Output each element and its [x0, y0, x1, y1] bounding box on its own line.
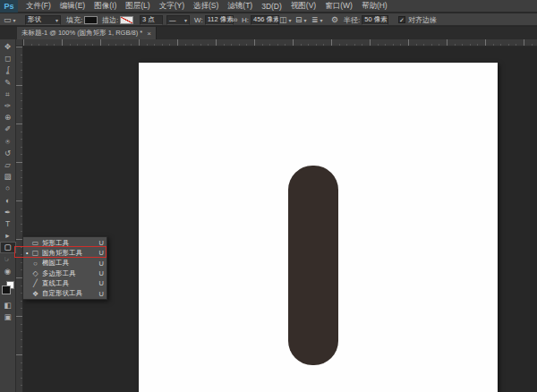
- tool-bar: ✥ ◻ ʆ ✎ ⌗ ✑ ⊕ ✐ ⍟ ↺ ▱ ▨ ○ ◐ ✒ T ▸ ▢ ☞ ◉ …: [0, 39, 16, 392]
- line-icon: ╱: [30, 279, 40, 287]
- flyout-item-rounded-rectangle[interactable]: • ▢ 圆角矩形工具 U: [23, 248, 107, 258]
- tool-dodge[interactable]: ◐: [0, 194, 16, 206]
- document-tab-bar: 未标题-1 @ 100% (圆角矩形 1, RGB/8) * ×: [0, 27, 537, 39]
- tool-zoom[interactable]: ◉: [0, 266, 16, 277]
- tool-healing-brush[interactable]: ⊕: [0, 112, 16, 124]
- geometry-options-button[interactable]: ⚙: [331, 13, 338, 26]
- hand-icon: ☞: [4, 253, 12, 265]
- dodge-icon: ◐: [5, 195, 10, 207]
- shortcut-label: U: [99, 279, 104, 287]
- tool-hand[interactable]: ☞: [0, 253, 16, 265]
- tool-mode-dropdown[interactable]: 形状 ▾: [25, 13, 61, 26]
- fill-control[interactable]: 填充:: [66, 13, 98, 26]
- flyout-item-custom-shape[interactable]: ❖ 自定形状工具 U: [23, 288, 107, 298]
- tool-eyedropper[interactable]: ✑: [0, 100, 16, 112]
- tool-quick-selection[interactable]: ✎: [0, 77, 16, 89]
- stroke-swatch[interactable]: [120, 16, 133, 24]
- tool-pen[interactable]: ✒: [0, 207, 16, 218]
- tool-preset-picker[interactable]: ▭ ▾: [4, 13, 16, 26]
- path-operations-icon: ◫: [279, 15, 287, 24]
- marquee-icon: ◻: [4, 53, 11, 64]
- link-icon: ∞: [232, 15, 237, 24]
- link-dimensions-button[interactable]: ∞: [232, 13, 237, 26]
- options-bar: ▭ ▾ 形状 ▾ 填充: 描边: 3 点 — ▾ W: 11: [0, 13, 537, 26]
- radius-field[interactable]: 50 像素: [362, 15, 388, 25]
- fill-label: 填充:: [66, 15, 82, 25]
- stroke-label: 描边:: [102, 15, 118, 25]
- horizontal-ruler: [23, 39, 537, 47]
- menu-file[interactable]: 文件(F): [21, 0, 55, 13]
- width-control[interactable]: W: 112 像素: [194, 13, 234, 26]
- tool-lasso[interactable]: ʆ: [0, 64, 16, 76]
- menu-layer[interactable]: 图层(L): [121, 0, 154, 13]
- menu-window[interactable]: 窗口(W): [320, 0, 357, 13]
- tool-type[interactable]: T: [0, 218, 16, 230]
- h-field[interactable]: 456 像素: [251, 15, 279, 25]
- crop-icon: ⌗: [5, 89, 10, 100]
- tool-marquee[interactable]: ◻: [0, 53, 16, 64]
- chevron-down-icon: ▾: [55, 17, 58, 23]
- quick-mask-button[interactable]: ◧: [0, 300, 16, 311]
- path-selection-icon: ▸: [5, 230, 9, 242]
- radius-control[interactable]: 半径: 50 像素: [344, 13, 388, 26]
- tool-blur[interactable]: ○: [0, 183, 16, 194]
- tool-mode-value: 形状: [28, 15, 41, 24]
- align-edges-checkbox[interactable]: ✓: [398, 16, 405, 23]
- chevron-down-icon: ▾: [184, 17, 187, 23]
- rounded-rectangle-icon: ▢: [4, 242, 11, 253]
- pen-icon: ✒: [4, 207, 11, 218]
- menu-edit[interactable]: 编辑(E): [55, 0, 90, 13]
- quick-mask-icon: ◧: [4, 300, 11, 311]
- vertical-ruler: [16, 47, 23, 392]
- tool-shape[interactable]: ▢: [0, 242, 16, 253]
- radius-label: 半径:: [344, 15, 360, 25]
- ellipse-icon: ○: [30, 260, 40, 268]
- menu-view[interactable]: 视图(V): [286, 0, 320, 13]
- ruler-corner: [16, 39, 23, 47]
- shortcut-label: U: [99, 249, 104, 257]
- flyout-item-rectangle[interactable]: ▭ 矩形工具 U: [23, 238, 107, 248]
- stroke-control[interactable]: 描边:: [102, 13, 133, 26]
- flyout-item-ellipse[interactable]: ○ 椭圆工具 U: [23, 259, 107, 268]
- chevron-down-icon: ▾: [320, 17, 323, 23]
- screen-mode-button[interactable]: ▣: [0, 311, 16, 323]
- type-icon: T: [5, 218, 10, 230]
- w-field[interactable]: 112 像素: [205, 15, 234, 25]
- healing-brush-icon: ⊕: [4, 112, 11, 124]
- tool-history-brush[interactable]: ↺: [0, 148, 16, 159]
- chevron-down-icon: ▾: [304, 17, 307, 23]
- tool-move[interactable]: ✥: [0, 41, 16, 53]
- menu-filter[interactable]: 滤镜(T): [223, 0, 257, 13]
- menu-3d[interactable]: 3D(D): [257, 0, 286, 13]
- rounded-rectangle-shape[interactable]: [288, 166, 338, 365]
- eraser-icon: ▱: [4, 159, 11, 171]
- document-tab[interactable]: 未标题-1 @ 100% (圆角矩形 1, RGB/8) * ×: [17, 27, 157, 39]
- tool-brush[interactable]: ✐: [0, 124, 16, 135]
- w-label: W:: [194, 16, 203, 24]
- menu-image[interactable]: 图像(I): [90, 0, 121, 13]
- foreground-color-swatch[interactable]: [2, 285, 11, 294]
- stroke-style-dropdown[interactable]: — ▾: [166, 13, 190, 26]
- tool-path-selection[interactable]: ▸: [0, 230, 16, 242]
- stroke-width-field[interactable]: 3 点: [140, 13, 163, 26]
- tool-crop[interactable]: ⌗: [0, 89, 16, 100]
- path-operations-button[interactable]: ◫ ▾: [279, 13, 292, 26]
- align-edges-label: 对齐边缘: [408, 15, 437, 25]
- path-arrange-button[interactable]: ≣ ▾: [311, 13, 323, 26]
- flyout-item-line[interactable]: ╱ 直线工具 U: [23, 278, 107, 288]
- tool-clone-stamp[interactable]: ⍟: [0, 136, 16, 148]
- tool-gradient[interactable]: ▨: [0, 171, 16, 183]
- close-icon[interactable]: ×: [147, 30, 151, 38]
- shortcut-label: U: [99, 269, 104, 277]
- path-alignment-button[interactable]: ⊟ ▾: [295, 13, 307, 26]
- height-control[interactable]: H: 456 像素: [242, 13, 279, 26]
- menu-select[interactable]: 选择(S): [189, 0, 223, 13]
- screen-mode-icon: ▣: [4, 311, 11, 323]
- tool-preset-icon: ▭: [4, 15, 12, 24]
- menu-help[interactable]: 帮助(H): [357, 0, 392, 13]
- flyout-item-polygon[interactable]: ◇ 多边形工具 U: [23, 268, 107, 278]
- menu-type[interactable]: 文字(Y): [155, 0, 189, 13]
- align-edges-control[interactable]: ✓ 对齐边缘: [398, 13, 439, 26]
- fill-swatch[interactable]: [84, 16, 98, 24]
- tool-eraser[interactable]: ▱: [0, 159, 16, 171]
